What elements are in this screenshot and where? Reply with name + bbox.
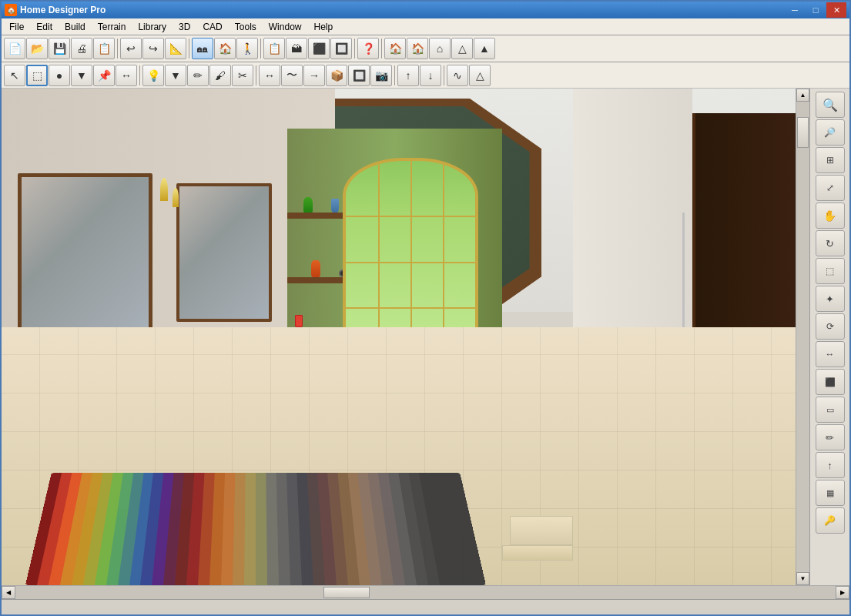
window-title: Home Designer Pro — [20, 5, 785, 15]
menu-library[interactable]: Library — [132, 20, 173, 34]
rp-orbit[interactable]: ↻ — [816, 230, 845, 256]
tb-roof[interactable]: 🏔 — [286, 38, 307, 59]
horizontal-scrollbar: ◀ ▶ — [2, 585, 849, 599]
tb2-cut[interactable]: ✂ — [232, 65, 253, 86]
tb-plan[interactable]: 🏘 — [192, 38, 213, 59]
rp-lock[interactable]: 🔑 — [816, 507, 845, 534]
tb2-circle[interactable]: ● — [49, 65, 70, 86]
viewport-main: ✳ — [2, 89, 849, 585]
rp-zoom-fit[interactable]: ⊞ — [816, 147, 845, 173]
tb2-dimension[interactable]: ↔ — [259, 65, 280, 86]
menu-file[interactable]: File — [3, 20, 30, 34]
tb-grid-v[interactable]: ▲ — [474, 38, 495, 59]
tb2-move[interactable]: 📌 — [93, 65, 115, 86]
tb-snap[interactable]: 📐 — [165, 38, 186, 59]
rp-zoom-extent[interactable]: ⤢ — [816, 175, 845, 201]
tb2-rotate[interactable]: ⬚ — [26, 65, 48, 86]
window-controls: ─ □ ✕ — [785, 2, 846, 18]
tb-help[interactable]: ❓ — [357, 38, 379, 59]
rp-select-obj[interactable]: ⬚ — [816, 258, 845, 284]
tb-house-w[interactable]: 🏠 — [384, 38, 406, 59]
tb-print[interactable]: 🖨 — [71, 38, 92, 59]
tb-foundation[interactable]: ⬛ — [308, 38, 330, 59]
mirror-right — [176, 183, 272, 323]
viewport-wrapper: ✳ — [2, 89, 849, 599]
menu-build[interactable]: Build — [59, 20, 92, 34]
window-grid-v3 — [443, 161, 444, 343]
h-scroll-right-btn[interactable]: ▶ — [836, 586, 849, 599]
h-scroll-track[interactable] — [15, 586, 836, 599]
tb2-select[interactable]: ↖ — [4, 65, 25, 86]
menu-help[interactable]: Help — [307, 20, 339, 34]
tb-3d-view[interactable]: 🏠 — [214, 38, 236, 59]
tb-save[interactable]: 💾 — [49, 38, 70, 59]
tb-walkthrough[interactable]: 🚶 — [236, 38, 258, 59]
menu-3d[interactable]: 3D — [173, 20, 196, 34]
tb2-sep1 — [139, 65, 140, 85]
tb2-wavy[interactable]: ∿ — [447, 65, 468, 86]
rp-move-obj[interactable]: ✦ — [816, 286, 845, 312]
rp-zoom-in[interactable]: 🔍 — [816, 92, 845, 118]
tb2-down[interactable]: ↓ — [420, 65, 441, 86]
tb2-sep2 — [256, 65, 256, 85]
tb2-box[interactable]: 📦 — [326, 65, 347, 86]
rp-house-solid[interactable]: ⬛ — [816, 369, 845, 395]
tb-undo[interactable]: ↩ — [120, 38, 142, 59]
menu-tools[interactable]: Tools — [229, 20, 263, 34]
menu-bar: File Edit Build Terrain Library 3D CAD T… — [2, 18, 849, 35]
tb-sep1 — [117, 38, 118, 59]
tb2-up[interactable]: ↑ — [397, 65, 419, 86]
rp-scale-obj[interactable]: ↔ — [816, 341, 845, 367]
tb-house-s[interactable]: 🏠 — [407, 38, 428, 59]
tb2-light[interactable]: 💡 — [142, 65, 164, 86]
item-red — [295, 315, 303, 327]
scroll-track[interactable] — [796, 102, 809, 572]
tb2-rect[interactable]: 🔲 — [348, 65, 370, 86]
rp-grid-right[interactable]: ▦ — [816, 480, 845, 506]
tb2-pencil[interactable]: ✏ — [187, 65, 209, 86]
tb2-wave[interactable]: 〜 — [281, 65, 303, 86]
tb2-paint[interactable]: 🖌 — [209, 65, 231, 86]
close-button[interactable]: ✕ — [826, 2, 846, 18]
content-area: ✳ — [2, 89, 849, 599]
tb2-triangle[interactable]: △ — [469, 65, 491, 86]
maximize-button[interactable]: □ — [806, 2, 826, 18]
tb2-arrow[interactable]: → — [303, 65, 325, 86]
vertical-scrollbar: ▲ ▼ — [796, 89, 809, 585]
tb-new[interactable]: 📄 — [4, 38, 25, 59]
tb-clipboard[interactable]: 📋 — [93, 38, 115, 59]
minimize-button[interactable]: ─ — [785, 2, 805, 18]
app-window: 🏠 Home Designer Pro ─ □ ✕ File Edit Buil… — [0, 0, 851, 616]
rp-zoom-out[interactable]: 🔎 — [816, 119, 845, 146]
tb-stair[interactable]: 🔲 — [330, 38, 352, 59]
menu-window[interactable]: Window — [263, 20, 308, 34]
menu-edit[interactable]: Edit — [30, 20, 59, 34]
tb-open[interactable]: 📂 — [26, 38, 48, 59]
tb2-resize[interactable]: ↔ — [116, 65, 137, 86]
rp-rotate-obj[interactable]: ⟳ — [816, 313, 845, 340]
h-scroll-left-btn[interactable]: ◀ — [2, 586, 15, 599]
tb2-dropdown1[interactable]: ▼ — [71, 65, 92, 86]
tb-floorplan[interactable]: 📋 — [263, 38, 285, 59]
menu-cad[interactable]: CAD — [196, 20, 228, 34]
plant-pot — [303, 197, 313, 213]
rp-pan[interactable]: ✋ — [816, 203, 845, 229]
scroll-thumb[interactable] — [797, 117, 809, 148]
tb-grid-diag[interactable]: △ — [451, 38, 473, 59]
title-bar: 🏠 Home Designer Pro ─ □ ✕ — [2, 2, 849, 18]
toolbar1: 📄 📂 💾 🖨 📋 ↩ ↪ 📐 🏘 🏠 🚶 📋 🏔 ⬛ 🔲 ❓ 🏠 🏠 ⌂ — [2, 35, 849, 62]
rp-up-arrow[interactable]: ↑ — [816, 452, 845, 478]
h-scroll-thumb[interactable] — [323, 587, 370, 598]
scroll-down-btn[interactable]: ▼ — [796, 572, 809, 585]
mirror-left — [18, 173, 152, 332]
menu-terrain[interactable]: Terrain — [92, 20, 132, 34]
viewport-3d[interactable]: ✳ — [2, 89, 796, 585]
vase-blue — [331, 199, 339, 213]
rp-pencil[interactable]: ✏ — [816, 424, 845, 450]
tb-redo[interactable]: ↪ — [142, 38, 164, 59]
tb-arch[interactable]: ⌂ — [429, 38, 451, 59]
scroll-up-btn[interactable]: ▲ — [796, 89, 809, 102]
tb2-cam2[interactable]: 📷 — [370, 65, 392, 86]
rp-house-wire[interactable]: ▭ — [816, 397, 845, 423]
tb2-dropdown2[interactable]: ▼ — [165, 65, 186, 86]
